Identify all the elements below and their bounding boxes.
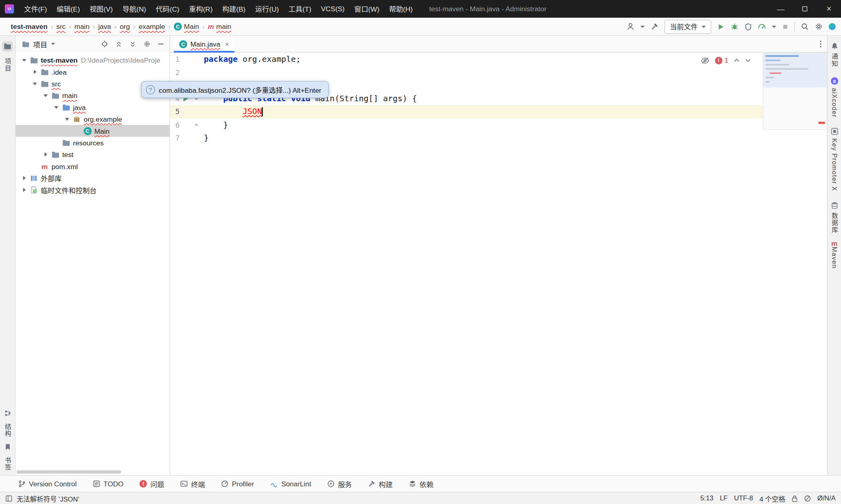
- code-line-7[interactable]: 7}: [170, 131, 827, 145]
- code-editor[interactable]: 1package org.example;23public class Main…: [170, 53, 827, 475]
- chevron-down-icon[interactable]: [63, 118, 71, 120]
- project-tool-window-button[interactable]: [2, 41, 13, 51]
- plugin-status-icon[interactable]: [829, 23, 835, 30]
- menu-item[interactable]: 编辑(E): [52, 0, 85, 18]
- chevron-down-icon[interactable]: [41, 94, 50, 97]
- breadcrumb-item-test-maven[interactable]: test-maven: [10, 22, 49, 31]
- chevron-down-icon[interactable]: [52, 106, 61, 109]
- menu-item[interactable]: 导航(N): [118, 0, 151, 18]
- left-stripe-project-label[interactable]: 项目: [3, 58, 12, 72]
- menu-item[interactable]: 视图(V): [85, 0, 118, 18]
- structure-icon[interactable]: [4, 410, 11, 416]
- chevron-right-icon[interactable]: [20, 176, 28, 180]
- caret-position[interactable]: 5:13: [700, 494, 714, 502]
- tree-item-resources[interactable]: resources: [16, 137, 169, 149]
- bookmark-icon[interactable]: [4, 443, 10, 450]
- error-count[interactable]: 1: [725, 56, 729, 64]
- menu-item[interactable]: 文件(F): [19, 0, 52, 18]
- search-everywhere-icon[interactable]: [801, 22, 809, 31]
- menu-item[interactable]: 代码(C): [151, 0, 184, 18]
- tool-stripe-aiXcoder[interactable]: aaiXcoder: [831, 77, 838, 118]
- tree-item-java[interactable]: java: [16, 101, 169, 113]
- close-button[interactable]: ×: [817, 0, 841, 18]
- import-suggestion-tooltip[interactable]: ? com.alibaba.fastjson2.JSON? (多重选择...) …: [141, 81, 329, 98]
- profiler-button[interactable]: [758, 22, 766, 31]
- tree-item-test-maven[interactable]: test-mavenD:\IdeaProjects\IdeaProje: [16, 54, 169, 66]
- highlighting-off-icon[interactable]: [700, 57, 710, 64]
- tree-item-pom.xml[interactable]: mpom.xml: [16, 160, 169, 172]
- run-config-select[interactable]: 当前文件: [665, 20, 711, 34]
- breadcrumb-item-java[interactable]: java: [97, 22, 112, 31]
- more-options-icon[interactable]: [820, 40, 822, 48]
- breadcrumb-item-example[interactable]: example: [138, 22, 166, 31]
- chevron-right-icon[interactable]: [20, 188, 28, 192]
- chevron-down-icon[interactable]: [20, 59, 28, 61]
- fold-up-icon[interactable]: [194, 122, 199, 127]
- tree-item-Main[interactable]: CMain: [16, 125, 169, 137]
- lock-icon[interactable]: [792, 495, 798, 502]
- build-hammer-icon[interactable]: [651, 22, 659, 31]
- collapse-all-icon[interactable]: [129, 41, 136, 47]
- minimap[interactable]: [763, 53, 827, 130]
- tool-window-button-TODO[interactable]: TODO: [93, 480, 124, 488]
- code-line-6[interactable]: 6 }: [170, 118, 827, 131]
- user-dropdown-icon[interactable]: [641, 25, 645, 27]
- expand-all-icon[interactable]: [115, 41, 122, 47]
- horizontal-scrollbar[interactable]: [16, 470, 121, 473]
- coverage-button[interactable]: [745, 23, 752, 31]
- tab-close-icon[interactable]: ×: [225, 40, 229, 48]
- tool-window-button-Version Control[interactable]: Version Control: [18, 480, 76, 488]
- menu-item[interactable]: 帮助(H): [384, 0, 418, 18]
- breadcrumb-item-Main[interactable]: CMain: [173, 22, 200, 31]
- menu-item[interactable]: 工具(T): [284, 0, 316, 18]
- chevron-down-icon[interactable]: [31, 82, 39, 85]
- chevron-right-icon[interactable]: [41, 152, 50, 157]
- tab-main-java[interactable]: C Main.java ×: [174, 36, 235, 52]
- file-encoding[interactable]: UTF-8: [734, 494, 753, 502]
- user-icon[interactable]: [627, 22, 635, 31]
- locate-file-icon[interactable]: [101, 40, 108, 48]
- panel-settings-icon[interactable]: [143, 40, 151, 48]
- project-panel-title[interactable]: 项目: [33, 39, 47, 49]
- code-line-5[interactable]: 5 JSON: [170, 105, 827, 118]
- tool-window-button-构建[interactable]: 构建: [368, 479, 392, 489]
- chevron-right-icon[interactable]: [31, 70, 39, 74]
- breadcrumb-item-src[interactable]: src: [55, 22, 67, 31]
- debug-button[interactable]: [731, 22, 739, 31]
- tool-window-button-SonarLint[interactable]: SonarLint: [270, 480, 311, 488]
- indent-setting[interactable]: 4 个空格: [759, 493, 785, 503]
- tool-window-button-终端[interactable]: 终端: [180, 479, 205, 489]
- next-error-icon[interactable]: [745, 59, 751, 62]
- error-stripe-mark[interactable]: [819, 122, 825, 124]
- tool-window-button-问题[interactable]: !问题: [140, 479, 164, 489]
- run-button[interactable]: [717, 23, 725, 31]
- tree-item-.idea[interactable]: .idea: [16, 66, 169, 78]
- tool-stripe-Key Promoter X[interactable]: Key Promoter X: [831, 128, 838, 192]
- tool-stripe-数据库[interactable]: 数据库: [830, 202, 839, 233]
- menu-item[interactable]: 运行(U): [250, 0, 284, 18]
- bookmarks-tool-window-button[interactable]: 书签: [3, 457, 12, 471]
- settings-gear-icon[interactable]: [815, 22, 823, 31]
- tool-window-button-服务[interactable]: 服务: [327, 479, 352, 489]
- profiler-dropdown-icon[interactable]: [772, 25, 776, 27]
- menu-item[interactable]: VCS(S): [316, 0, 349, 18]
- menu-item[interactable]: 构建(B): [217, 0, 250, 18]
- tool-stripe-Maven[interactable]: mMaven: [831, 243, 838, 269]
- menu-item[interactable]: 重构(R): [184, 0, 218, 18]
- code-line-2[interactable]: 2: [170, 66, 827, 79]
- tree-item-test[interactable]: test: [16, 149, 169, 160]
- hide-panel-icon[interactable]: [158, 41, 164, 47]
- breadcrumb-item-main[interactable]: main: [73, 22, 91, 31]
- minimize-button[interactable]: —: [769, 0, 793, 18]
- menu-item[interactable]: 窗口(W): [349, 0, 384, 18]
- breadcrumb-item-main[interactable]: mmain: [207, 22, 233, 31]
- tool-window-button-依赖[interactable]: 依赖: [409, 479, 433, 489]
- breadcrumb-item-org[interactable]: org: [119, 22, 131, 31]
- line-separator[interactable]: LF: [720, 494, 727, 502]
- layout-icon[interactable]: [5, 495, 12, 502]
- tool-stripe-通知[interactable]: 通知: [830, 43, 839, 67]
- maximize-button[interactable]: [793, 0, 817, 18]
- circle-slash-icon[interactable]: [804, 495, 811, 502]
- structure-tool-window-button[interactable]: 结构: [3, 423, 12, 437]
- ai-status[interactable]: Ø/N/A: [817, 494, 835, 502]
